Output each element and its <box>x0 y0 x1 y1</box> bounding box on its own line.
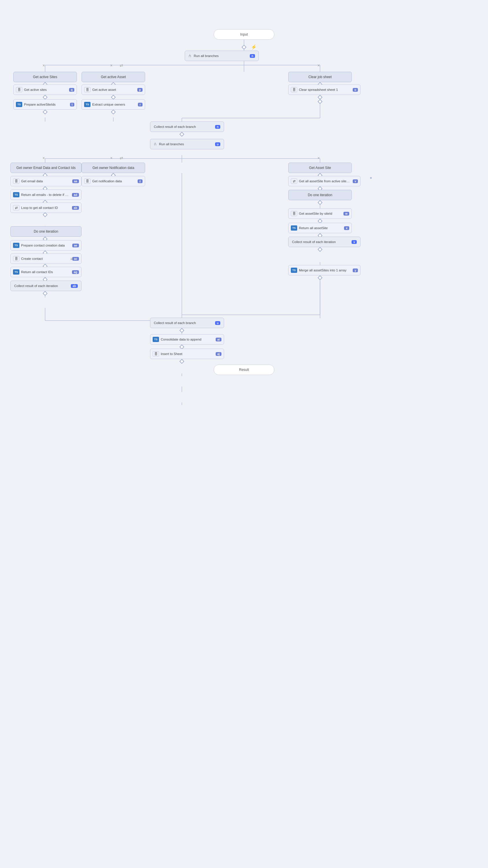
consolidate-data-badge: ai <box>216 338 222 341</box>
get-email-data-badge: aa <box>72 179 79 183</box>
run-branches-1-badge: n <box>250 54 255 58</box>
collect-result-1-node[interactable]: Collect result of each branch n <box>150 122 224 132</box>
ts-icon-extract: TS <box>84 102 91 107</box>
get-asset-site-header-label: Get Asset Site <box>309 166 331 170</box>
get-asset-site-header[interactable]: Get Asset Site <box>288 163 352 173</box>
get-active-asset-node[interactable]: 🗄 Get active asset p <box>82 85 145 95</box>
collect-branch-2-node[interactable]: Collect result of each branch u <box>150 318 224 328</box>
do-one-iteration-2-label: Do one iteration <box>308 193 332 197</box>
get-owner-email-header[interactable]: Get owner Email Data and Contact Ids <box>10 163 82 173</box>
loop-get-contact-node[interactable]: ⇄ Loop to get all contact ID ab <box>10 203 82 213</box>
return-all-contact-ids-label: Return all contact IDs <box>21 270 69 274</box>
branch-icon-2: ⑃ <box>154 142 157 147</box>
do-one-iteration-1-node[interactable]: Do one iteration <box>10 226 82 237</box>
insert-to-sheet-label: Insert to Sheet <box>161 352 213 355</box>
diamond-doone1 <box>43 212 48 217</box>
extract-unique-owners-label: Extract unique owners <box>92 103 135 106</box>
cross-left-1: × <box>42 63 45 68</box>
run-branches-1-node[interactable]: ⑃ Run all branches n <box>185 51 259 61</box>
clear-spreadsheet-badge: o <box>353 88 358 92</box>
cross-mid-1: × <box>110 63 112 68</box>
diamond-collect-1 <box>180 132 185 137</box>
collect-result-1-label: Collect result of each branch <box>154 125 212 128</box>
diamond-after-sites <box>43 95 48 100</box>
prepare-active-site-ids-badge: t <box>70 103 74 106</box>
prepare-active-site-ids-label: Prepare activeSiteIds <box>24 103 67 106</box>
get-active-sites-header[interactable]: Get active Sites <box>13 72 77 82</box>
workflow-canvas: Input ⚡ ⑃ Run all branches n × × ⇄ × Get… <box>0 0 488 868</box>
return-all-emails-node[interactable]: TS Return all emails - to delete if unus… <box>10 189 82 200</box>
get-all-asset-site-label: Get all assetSite from active sites only <box>299 179 350 183</box>
db-icon-asset: 🗄 <box>84 87 91 92</box>
collect-iteration-left-badge: ab <box>71 284 78 288</box>
diamond-after-collect-left <box>43 291 48 296</box>
get-notification-data-badge: z <box>138 179 142 183</box>
cross-mid-2: × <box>110 156 112 160</box>
connection-lines <box>0 0 488 868</box>
diamond-ts-left <box>43 110 48 115</box>
get-owner-notification-header-label: Get owner Notification data <box>93 166 134 170</box>
return-all-asset-site-node[interactable]: TS Return all assetSite x <box>288 223 352 233</box>
diamond-iter2 <box>318 200 323 205</box>
return-all-contact-ids-node[interactable]: TS Return all contact IDs ag <box>10 267 82 277</box>
run-branches-2-badge: u <box>215 142 220 146</box>
clear-job-sheet-header-label: Clear job sheet <box>308 75 332 79</box>
get-asset-site-by-site-node[interactable]: 🗄 Get assetSite by siteId w <box>288 208 352 219</box>
ts-icon-prepare-contact: TS <box>13 243 20 248</box>
consolidate-data-node[interactable]: TS Consolidate data to append ai <box>150 334 224 345</box>
ts-icon-consolidate: TS <box>153 337 159 342</box>
insert-to-sheet-badge: aj <box>216 352 222 356</box>
reshuffle-1: ⇄ <box>120 63 123 68</box>
reshuffle-2: ⇄ <box>120 156 123 160</box>
diamond-collect-branch-2 <box>180 328 185 333</box>
loop-icon-contact: ⇄ <box>13 205 20 210</box>
get-active-sites-badge: q <box>69 88 74 92</box>
ts-icon-return-contacts: TS <box>13 269 20 275</box>
cross-left-2: × <box>42 156 45 160</box>
get-notification-data-node[interactable]: 🗄 Get notification data z <box>82 176 145 186</box>
prepare-active-site-ids-node[interactable]: TS Prepare activeSiteIds t <box>13 99 77 110</box>
result-label: Result <box>239 368 249 372</box>
create-contact-badge: ac <box>72 257 79 261</box>
collect-iteration-right-node[interactable]: Collect result of each iteration v <box>288 237 360 247</box>
diamond-ts-mid <box>111 110 116 115</box>
input-node[interactable]: Input <box>214 29 274 40</box>
get-active-asset-header[interactable]: Get active Asset <box>82 72 145 82</box>
clear-job-sheet-header[interactable]: Clear job sheet <box>288 72 352 82</box>
get-all-asset-site-node[interactable]: ⇄ Get all assetSite from active sites on… <box>288 176 360 186</box>
get-owner-notification-header[interactable]: Get owner Notification data <box>82 163 145 173</box>
loop-small-icon: ⇄ <box>70 257 73 261</box>
clear-spreadsheet-node[interactable]: 🗄 Clear spreadsheet sheet 1 o <box>288 85 360 95</box>
branch-icon-1: ⑃ <box>189 53 191 58</box>
do-one-iteration-1-label: Do one iteration <box>34 229 58 234</box>
merge-all-assets-node[interactable]: TS Merge all assetSites into 1 array y <box>288 265 360 275</box>
diamond-after-asset <box>111 95 116 100</box>
collect-iteration-right-badge: v <box>352 240 357 244</box>
loop-get-contact-label: Loop to get all contact ID <box>21 206 69 210</box>
db-icon-sites: 🗄 <box>16 87 22 92</box>
collect-result-1-badge: n <box>215 125 220 129</box>
diamond-insert <box>180 359 185 364</box>
collect-iteration-left-node[interactable]: Collect result of each iteration ab <box>10 281 82 291</box>
get-active-sites-node-label: Get active sites <box>24 88 66 91</box>
create-contact-node[interactable]: 🗄 Create contact ac ⇄ <box>10 253 82 264</box>
get-active-sites-node[interactable]: 🗄 Get active sites q <box>13 85 77 95</box>
extract-unique-owners-badge: r <box>138 103 142 106</box>
run-branches-2-node[interactable]: ⑃ Run all branches u <box>150 139 224 149</box>
get-email-data-node[interactable]: 🗄 Get email data aa <box>10 176 82 186</box>
merge-all-assets-label: Merge all assetSites into 1 array <box>299 269 350 272</box>
cross-right-1: × <box>318 63 320 68</box>
do-one-iteration-2-node[interactable]: Do one iteration <box>288 190 352 200</box>
collect-iteration-right-label: Collect result of each iteration <box>292 240 348 244</box>
result-node[interactable]: Result <box>214 365 274 375</box>
diamond-connector-1 <box>242 45 247 50</box>
clear-spreadsheet-label: Clear spreadsheet sheet 1 <box>299 88 350 91</box>
db-icon-assetsite: 🗄 <box>291 211 297 216</box>
loop-icon-1: ⇄ <box>291 179 297 184</box>
prepare-contact-creation-label: Prepare contact creation data <box>21 244 69 247</box>
insert-to-sheet-node[interactable]: 🗄 Insert to Sheet aj <box>150 349 224 359</box>
collect-branch-2-label: Collect result of each branch <box>154 321 212 324</box>
prepare-contact-creation-node[interactable]: TS Prepare contact creation data ae <box>10 240 82 251</box>
extract-unique-owners-node[interactable]: TS Extract unique owners r <box>82 99 145 110</box>
diamond-clear-2 <box>318 99 323 104</box>
